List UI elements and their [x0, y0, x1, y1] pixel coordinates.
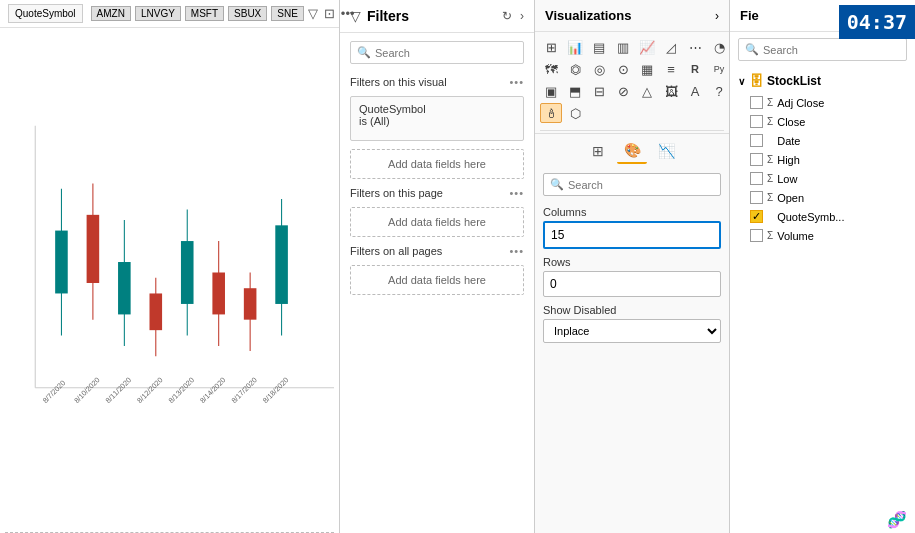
checkbox-volume[interactable]: [750, 229, 763, 242]
viz-icon-map[interactable]: 🗺: [540, 59, 562, 79]
viz-icon-r[interactable]: R: [684, 59, 706, 79]
filter-field-value: is (All): [359, 115, 515, 127]
fields-search-input[interactable]: [763, 44, 901, 56]
viz-icon-py[interactable]: Py: [708, 59, 730, 79]
checkbox-adjclose[interactable]: [750, 96, 763, 109]
focus-icon[interactable]: ⊡: [324, 6, 335, 21]
table-icon: 🗄: [749, 73, 763, 89]
legend-lnvgy[interactable]: LNVGY: [135, 6, 181, 21]
allpages-dots[interactable]: •••: [509, 245, 524, 257]
show-disabled-label: Show Disabled: [543, 304, 721, 316]
refresh-icon[interactable]: ↻: [502, 9, 512, 23]
filter-search-input[interactable]: [375, 47, 517, 59]
filter-icon[interactable]: ▽: [308, 6, 318, 21]
label-low: Low: [777, 173, 907, 185]
chart-icons: ▽ ⊡ •••: [308, 6, 355, 21]
field-item-open[interactable]: Σ Open: [730, 188, 915, 207]
add-field-visual[interactable]: Add data fields here: [350, 149, 524, 179]
viz-expand-icon[interactable]: ›: [715, 9, 719, 23]
viz-icon-line[interactable]: 📈: [636, 37, 658, 57]
chart-toolbar: QuoteSymbol AMZN LNVGY MSFT SBUX SNE ▽ ⊡…: [0, 0, 339, 28]
viz-icon-matrix[interactable]: ⊟: [588, 81, 610, 101]
sigma-high: Σ: [767, 154, 773, 165]
svg-rect-5: [87, 215, 100, 283]
svg-text:8/7/2020: 8/7/2020: [41, 378, 68, 405]
viz-icon-slicer[interactable]: ⊘: [612, 81, 634, 101]
viz-analytics-icon[interactable]: 📉: [651, 138, 681, 164]
viz-icon-treemap[interactable]: ▦: [636, 59, 658, 79]
visual-dots[interactable]: •••: [509, 76, 524, 88]
viz-icon-qna[interactable]: ?: [708, 81, 730, 101]
checkbox-date[interactable]: [750, 134, 763, 147]
viz-icon-shape[interactable]: △: [636, 81, 658, 101]
checkbox-low[interactable]: [750, 172, 763, 185]
viz-search-container: 🔍: [543, 173, 721, 196]
viz-icon-text[interactable]: A: [684, 81, 706, 101]
viz-fields-icon[interactable]: ⊞: [583, 138, 613, 164]
svg-text:8/10/2020: 8/10/2020: [72, 376, 101, 405]
show-disabled-select[interactable]: Inplace Hidden Visible: [543, 319, 721, 343]
sigma-low: Σ: [767, 173, 773, 184]
expand-icon[interactable]: ›: [520, 9, 524, 23]
viz-format-icon[interactable]: 🎨: [617, 138, 647, 164]
checkbox-open[interactable]: [750, 191, 763, 204]
label-date: Date: [777, 135, 907, 147]
viz-icon-gauge[interactable]: ◎: [588, 59, 610, 79]
viz-icon-donut[interactable]: ⊙: [612, 59, 634, 79]
candlestick-svg: 8/7/2020 8/10/2020 8/11/2020 8/12/2020 8…: [30, 33, 334, 512]
legend-sbux[interactable]: SBUX: [228, 6, 267, 21]
viz-icon-grid: ⊞ 📊 ▤ ▥ 📈 ◿ ⋯ ◔ 🗺 ⏣ ◎ ⊙ ▦ ≡ R Py ▣ ⬒ ⊟ ⊘…: [535, 32, 729, 128]
filter-search-icon: 🔍: [357, 46, 371, 59]
viz-icon-waterfall[interactable]: ≡: [660, 59, 682, 79]
field-item-adjclose[interactable]: Σ Adj Close: [730, 93, 915, 112]
rows-section: Rows: [535, 251, 729, 299]
viz-icon-image[interactable]: 🖼: [660, 81, 682, 101]
viz-icon-clustered-bar[interactable]: ▥: [612, 37, 634, 57]
svg-text:8/18/2020: 8/18/2020: [261, 376, 290, 405]
svg-rect-3: [55, 231, 68, 294]
viz-icon-kpi[interactable]: ⬒: [564, 81, 586, 101]
viz-search-input[interactable]: [568, 179, 714, 191]
checkbox-close[interactable]: [750, 115, 763, 128]
viz-bottom-icons: ⊞ 🎨 📉: [535, 133, 729, 168]
add-field-page[interactable]: Add data fields here: [350, 207, 524, 237]
svg-rect-13: [212, 273, 225, 315]
fields-search-icon: 🔍: [745, 43, 759, 56]
chart-panel: QuoteSymbol AMZN LNVGY MSFT SBUX SNE ▽ ⊡…: [0, 0, 340, 533]
legend-amzn[interactable]: AMZN: [91, 6, 131, 21]
svg-text:8/11/2020: 8/11/2020: [104, 376, 133, 405]
viz-icon-scatter[interactable]: ⋯: [684, 37, 706, 57]
field-item-date[interactable]: Σ Date: [730, 131, 915, 150]
legend-msft[interactable]: MSFT: [185, 6, 224, 21]
viz-icon-funnel[interactable]: ⏣: [564, 59, 586, 79]
fields-panel: Fie 🔍 ∨ 🗄 StockList Σ Adj Close Σ Close: [730, 0, 915, 533]
page-dots[interactable]: •••: [509, 187, 524, 199]
checkbox-high[interactable]: [750, 153, 763, 166]
svg-text:8/14/2020: 8/14/2020: [198, 376, 227, 405]
more-icon[interactable]: •••: [341, 6, 355, 21]
viz-icon-card[interactable]: ▣: [540, 81, 562, 101]
legend-sne[interactable]: SNE: [271, 6, 304, 21]
rows-input[interactable]: [543, 271, 721, 297]
dna-icon[interactable]: 🧬: [887, 510, 907, 529]
fields-group-header[interactable]: ∨ 🗄 StockList: [730, 69, 915, 93]
chart-legend: QuoteSymbol: [8, 4, 83, 23]
viz-icon-stacked-bar[interactable]: ▤: [588, 37, 610, 57]
columns-input[interactable]: [543, 221, 721, 249]
show-disabled-section: Show Disabled Inplace Hidden Visible: [535, 299, 729, 348]
filters-header: ▽ Filters ↻ ›: [340, 0, 534, 33]
field-item-quotesymbol[interactable]: ✓ Σ QuoteSymb...: [730, 207, 915, 226]
field-item-close[interactable]: Σ Close: [730, 112, 915, 131]
viz-icon-candlestick[interactable]: 🕯: [540, 103, 562, 123]
field-item-volume[interactable]: Σ Volume: [730, 226, 915, 245]
add-field-allpages[interactable]: Add data fields here: [350, 265, 524, 295]
viz-icon-area[interactable]: ◿: [660, 37, 682, 57]
filter-visual-section-label: Filters on this visual •••: [340, 72, 534, 92]
viz-icon-bar[interactable]: 📊: [564, 37, 586, 57]
checkbox-quotesymbol[interactable]: ✓: [750, 210, 763, 223]
viz-icon-custom1[interactable]: ⬡: [564, 103, 586, 123]
viz-icon-table[interactable]: ⊞: [540, 37, 562, 57]
viz-icon-pie[interactable]: ◔: [708, 37, 730, 57]
field-item-low[interactable]: Σ Low: [730, 169, 915, 188]
field-item-high[interactable]: Σ High: [730, 150, 915, 169]
